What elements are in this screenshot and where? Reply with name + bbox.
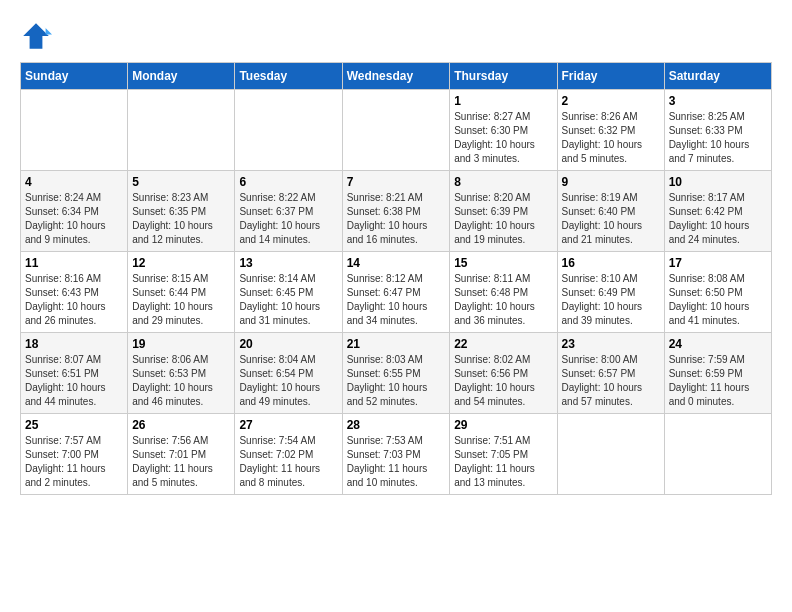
day-info: Sunrise: 8:11 AMSunset: 6:48 PMDaylight:… [454, 272, 552, 328]
calendar-cell: 16 Sunrise: 8:10 AMSunset: 6:49 PMDaylig… [557, 252, 664, 333]
day-info: Sunrise: 7:54 AMSunset: 7:02 PMDaylight:… [239, 434, 337, 490]
column-header-tuesday: Tuesday [235, 63, 342, 90]
calendar-cell: 22 Sunrise: 8:02 AMSunset: 6:56 PMDaylig… [450, 333, 557, 414]
day-info: Sunrise: 8:22 AMSunset: 6:37 PMDaylight:… [239, 191, 337, 247]
day-info: Sunrise: 8:19 AMSunset: 6:40 PMDaylight:… [562, 191, 660, 247]
calendar-cell: 26 Sunrise: 7:56 AMSunset: 7:01 PMDaylig… [128, 414, 235, 495]
day-number: 27 [239, 418, 337, 432]
calendar-week-row: 1 Sunrise: 8:27 AMSunset: 6:30 PMDayligh… [21, 90, 772, 171]
day-number: 28 [347, 418, 446, 432]
calendar-cell: 10 Sunrise: 8:17 AMSunset: 6:42 PMDaylig… [664, 171, 771, 252]
day-number: 23 [562, 337, 660, 351]
day-info: Sunrise: 8:21 AMSunset: 6:38 PMDaylight:… [347, 191, 446, 247]
day-info: Sunrise: 8:25 AMSunset: 6:33 PMDaylight:… [669, 110, 767, 166]
day-number: 11 [25, 256, 123, 270]
day-number: 15 [454, 256, 552, 270]
column-header-thursday: Thursday [450, 63, 557, 90]
day-info: Sunrise: 8:15 AMSunset: 6:44 PMDaylight:… [132, 272, 230, 328]
calendar-week-row: 25 Sunrise: 7:57 AMSunset: 7:00 PMDaylig… [21, 414, 772, 495]
calendar-cell: 14 Sunrise: 8:12 AMSunset: 6:47 PMDaylig… [342, 252, 450, 333]
day-number: 8 [454, 175, 552, 189]
day-number: 24 [669, 337, 767, 351]
calendar-cell: 27 Sunrise: 7:54 AMSunset: 7:02 PMDaylig… [235, 414, 342, 495]
calendar-table: SundayMondayTuesdayWednesdayThursdayFrid… [20, 62, 772, 495]
day-info: Sunrise: 7:53 AMSunset: 7:03 PMDaylight:… [347, 434, 446, 490]
calendar-cell: 8 Sunrise: 8:20 AMSunset: 6:39 PMDayligh… [450, 171, 557, 252]
day-info: Sunrise: 8:03 AMSunset: 6:55 PMDaylight:… [347, 353, 446, 409]
day-number: 26 [132, 418, 230, 432]
calendar-cell: 29 Sunrise: 7:51 AMSunset: 7:05 PMDaylig… [450, 414, 557, 495]
calendar-cell: 7 Sunrise: 8:21 AMSunset: 6:38 PMDayligh… [342, 171, 450, 252]
day-info: Sunrise: 8:07 AMSunset: 6:51 PMDaylight:… [25, 353, 123, 409]
day-info: Sunrise: 8:17 AMSunset: 6:42 PMDaylight:… [669, 191, 767, 247]
calendar-cell [21, 90, 128, 171]
day-info: Sunrise: 7:56 AMSunset: 7:01 PMDaylight:… [132, 434, 230, 490]
day-info: Sunrise: 8:10 AMSunset: 6:49 PMDaylight:… [562, 272, 660, 328]
day-info: Sunrise: 8:02 AMSunset: 6:56 PMDaylight:… [454, 353, 552, 409]
calendar-header-row: SundayMondayTuesdayWednesdayThursdayFrid… [21, 63, 772, 90]
calendar-cell [557, 414, 664, 495]
column-header-wednesday: Wednesday [342, 63, 450, 90]
calendar-week-row: 11 Sunrise: 8:16 AMSunset: 6:43 PMDaylig… [21, 252, 772, 333]
calendar-cell: 15 Sunrise: 8:11 AMSunset: 6:48 PMDaylig… [450, 252, 557, 333]
column-header-sunday: Sunday [21, 63, 128, 90]
day-info: Sunrise: 8:26 AMSunset: 6:32 PMDaylight:… [562, 110, 660, 166]
column-header-friday: Friday [557, 63, 664, 90]
logo-icon [20, 20, 52, 52]
column-header-monday: Monday [128, 63, 235, 90]
calendar-cell: 6 Sunrise: 8:22 AMSunset: 6:37 PMDayligh… [235, 171, 342, 252]
calendar-cell: 11 Sunrise: 8:16 AMSunset: 6:43 PMDaylig… [21, 252, 128, 333]
day-info: Sunrise: 8:04 AMSunset: 6:54 PMDaylight:… [239, 353, 337, 409]
svg-marker-0 [23, 23, 49, 49]
day-number: 16 [562, 256, 660, 270]
day-number: 6 [239, 175, 337, 189]
day-info: Sunrise: 8:12 AMSunset: 6:47 PMDaylight:… [347, 272, 446, 328]
calendar-cell: 5 Sunrise: 8:23 AMSunset: 6:35 PMDayligh… [128, 171, 235, 252]
day-number: 29 [454, 418, 552, 432]
calendar-cell [128, 90, 235, 171]
calendar-cell: 21 Sunrise: 8:03 AMSunset: 6:55 PMDaylig… [342, 333, 450, 414]
calendar-cell: 17 Sunrise: 8:08 AMSunset: 6:50 PMDaylig… [664, 252, 771, 333]
calendar-cell: 19 Sunrise: 8:06 AMSunset: 6:53 PMDaylig… [128, 333, 235, 414]
calendar-cell: 28 Sunrise: 7:53 AMSunset: 7:03 PMDaylig… [342, 414, 450, 495]
day-number: 1 [454, 94, 552, 108]
day-number: 12 [132, 256, 230, 270]
day-number: 21 [347, 337, 446, 351]
calendar-cell [342, 90, 450, 171]
day-number: 7 [347, 175, 446, 189]
calendar-cell: 9 Sunrise: 8:19 AMSunset: 6:40 PMDayligh… [557, 171, 664, 252]
day-info: Sunrise: 8:27 AMSunset: 6:30 PMDaylight:… [454, 110, 552, 166]
calendar-cell: 23 Sunrise: 8:00 AMSunset: 6:57 PMDaylig… [557, 333, 664, 414]
calendar-week-row: 18 Sunrise: 8:07 AMSunset: 6:51 PMDaylig… [21, 333, 772, 414]
day-number: 17 [669, 256, 767, 270]
logo [20, 20, 58, 52]
calendar-cell: 4 Sunrise: 8:24 AMSunset: 6:34 PMDayligh… [21, 171, 128, 252]
day-number: 13 [239, 256, 337, 270]
day-info: Sunrise: 8:16 AMSunset: 6:43 PMDaylight:… [25, 272, 123, 328]
calendar-cell: 24 Sunrise: 7:59 AMSunset: 6:59 PMDaylig… [664, 333, 771, 414]
day-info: Sunrise: 8:23 AMSunset: 6:35 PMDaylight:… [132, 191, 230, 247]
day-info: Sunrise: 8:20 AMSunset: 6:39 PMDaylight:… [454, 191, 552, 247]
day-number: 10 [669, 175, 767, 189]
calendar-cell: 13 Sunrise: 8:14 AMSunset: 6:45 PMDaylig… [235, 252, 342, 333]
calendar-cell: 25 Sunrise: 7:57 AMSunset: 7:00 PMDaylig… [21, 414, 128, 495]
calendar-cell: 3 Sunrise: 8:25 AMSunset: 6:33 PMDayligh… [664, 90, 771, 171]
day-number: 9 [562, 175, 660, 189]
day-number: 4 [25, 175, 123, 189]
day-number: 5 [132, 175, 230, 189]
day-number: 14 [347, 256, 446, 270]
day-info: Sunrise: 8:24 AMSunset: 6:34 PMDaylight:… [25, 191, 123, 247]
day-info: Sunrise: 7:51 AMSunset: 7:05 PMDaylight:… [454, 434, 552, 490]
calendar-cell: 20 Sunrise: 8:04 AMSunset: 6:54 PMDaylig… [235, 333, 342, 414]
day-info: Sunrise: 8:00 AMSunset: 6:57 PMDaylight:… [562, 353, 660, 409]
calendar-cell: 12 Sunrise: 8:15 AMSunset: 6:44 PMDaylig… [128, 252, 235, 333]
day-info: Sunrise: 8:08 AMSunset: 6:50 PMDaylight:… [669, 272, 767, 328]
calendar-week-row: 4 Sunrise: 8:24 AMSunset: 6:34 PMDayligh… [21, 171, 772, 252]
day-number: 25 [25, 418, 123, 432]
column-header-saturday: Saturday [664, 63, 771, 90]
day-number: 3 [669, 94, 767, 108]
day-info: Sunrise: 8:14 AMSunset: 6:45 PMDaylight:… [239, 272, 337, 328]
calendar-cell: 18 Sunrise: 8:07 AMSunset: 6:51 PMDaylig… [21, 333, 128, 414]
calendar-cell [235, 90, 342, 171]
day-number: 18 [25, 337, 123, 351]
